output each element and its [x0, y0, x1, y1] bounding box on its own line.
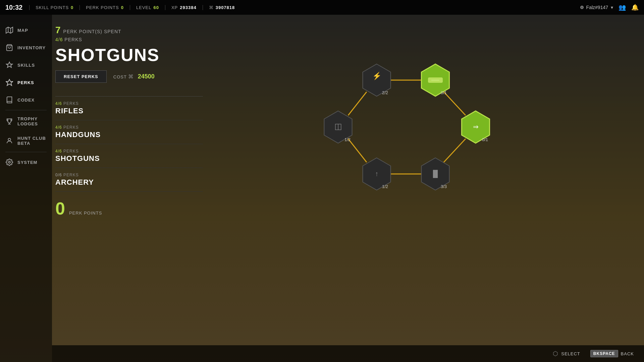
left-panel: 7 PERK POINT(S) SPENT 4/6 PERKS SHOTGUNS…: [55, 25, 203, 219]
level-stat: LEVEL 60: [130, 5, 165, 10]
sidebar-item-hunt-club[interactable]: HUNT CLUB BETA: [0, 131, 52, 150]
svg-text:↑: ↑: [375, 170, 378, 177]
perks-count-label: PERKS: [64, 37, 82, 42]
perk-points-value: 0: [121, 5, 124, 10]
archery-name: ARCHERY: [55, 178, 203, 187]
skill-points-stat: SKILL POINTS 0: [29, 5, 79, 10]
handguns-perks: 4/6 PERKS: [55, 125, 203, 130]
perk-node-4[interactable]: ⇒ 0/1: [462, 111, 489, 143]
perk-points-remaining: 0 PERK POINTS: [55, 198, 203, 219]
perk-node-3[interactable]: ◫ 1/2: [324, 111, 352, 143]
level-value: 60: [153, 5, 159, 10]
category-row-archery[interactable]: 0/6 PERKS ARCHERY: [55, 168, 203, 192]
sidebar-item-codex[interactable]: CODEX: [0, 91, 52, 109]
skill-points-value: 0: [71, 5, 73, 10]
category-title: SHOTGUNS: [55, 46, 203, 64]
sidebar: MAP INVENTORY SKILLS PERKS: [0, 15, 52, 362]
sidebar-skills-label: SKILLS: [17, 63, 35, 68]
sidebar-item-system[interactable]: SYSTEM: [0, 154, 52, 171]
shotguns-perks-val: 4/6: [55, 149, 62, 154]
hunt-club-icon: [5, 137, 13, 145]
notification-icon[interactable]: 🔔: [631, 4, 639, 11]
sidebar-item-trophy-lodges[interactable]: TROPHY LODGES: [0, 112, 52, 131]
perk-node-2[interactable]: — 0/1: [421, 64, 449, 96]
select-action: ⬡ SELECT: [553, 350, 580, 357]
clock: 10:32: [5, 4, 22, 11]
rifles-perks: 4/6 PERKS: [55, 101, 203, 106]
gamepad-select-icon: ⬡: [553, 350, 558, 357]
category-row-shotguns[interactable]: 4/6 PERKS SHOTGUNS: [55, 144, 203, 168]
shotguns-perks: 4/6 PERKS: [55, 149, 203, 154]
svg-text:◫: ◫: [334, 122, 342, 131]
user-info[interactable]: Falz#9147 ▾: [580, 5, 613, 10]
perk-graph-svg: ⚡ 2/2 — 0/1 ◫ 1/2 ⇒ 0/1: [305, 43, 539, 194]
sidebar-map-label: MAP: [17, 28, 28, 33]
sidebar-trophy-lodges-label: TROPHY LODGES: [17, 116, 47, 126]
perks-icon: [5, 78, 13, 86]
rifles-name: RIFLES: [55, 107, 203, 115]
sidebar-inventory-label: INVENTORY: [17, 45, 46, 50]
cost-currency-icon: ⌘: [128, 74, 133, 79]
perk-points-spent-value: 7: [55, 25, 61, 36]
sidebar-divider-1: [5, 110, 47, 110]
node-4-count: 0/1: [482, 137, 488, 142]
perk-points-spent-row: 7 PERK POINT(S) SPENT: [55, 25, 203, 36]
perk-points-label: PERK POINTS: [86, 5, 119, 10]
cost-value: 24500: [138, 73, 155, 80]
reset-perks-button[interactable]: RESET PERKS: [55, 70, 107, 83]
perk-node-6[interactable]: ▐▌ 3/3: [421, 158, 449, 190]
back-key-badge[interactable]: BKSPACE: [590, 350, 618, 357]
perk-points-spent-label: PERK POINT(S) SPENT: [63, 29, 121, 34]
friends-icon[interactable]: 👥: [619, 4, 626, 11]
topbar-right: Falz#9147 ▾ 👥 🔔: [580, 4, 639, 11]
system-icon: [5, 158, 13, 166]
sidebar-item-skills[interactable]: SKILLS: [0, 56, 52, 74]
sidebar-item-map[interactable]: MAP: [0, 21, 52, 39]
reset-row: RESET PERKS COST ⌘ 24500: [55, 70, 203, 83]
node-3-count: 1/2: [344, 137, 350, 142]
perks-count-value: 4/6: [55, 37, 63, 42]
inventory-icon: [5, 44, 13, 52]
sidebar-item-perks[interactable]: PERKS: [0, 74, 52, 91]
sidebar-codex-label: CODEX: [17, 98, 35, 103]
sidebar-system-label: SYSTEM: [17, 160, 37, 165]
sidebar-perks-label: PERKS: [17, 80, 34, 85]
perks-count-row: 4/6 PERKS: [55, 37, 203, 42]
node-1-count: 2/2: [382, 90, 388, 95]
svg-point-6: [8, 161, 10, 163]
category-row-rifles[interactable]: 4/6 PERKS RIFLES: [55, 97, 203, 120]
skill-points-label: SKILL POINTS: [36, 5, 69, 10]
svg-marker-0: [6, 27, 13, 33]
svg-point-5: [8, 138, 10, 141]
node-5-count: 1/2: [382, 184, 388, 189]
shotguns-name: SHOTGUNS: [55, 154, 203, 163]
select-label: SELECT: [561, 351, 580, 356]
username: Falz#9147: [586, 5, 608, 10]
pp-remaining-label: PERK POINTS: [69, 210, 102, 216]
category-list: 4/6 PERKS RIFLES 4/6 PERKS HANDGUNS 4/6 …: [55, 96, 203, 192]
xp-value: 293384: [180, 5, 196, 10]
connector-2-4: [444, 92, 466, 115]
sidebar-hunt-club-label: HUNT CLUB BETA: [17, 136, 47, 146]
trophy-lodges-icon: [5, 117, 13, 125]
codex-icon: [5, 96, 13, 104]
svg-rect-11: [428, 77, 443, 83]
connector-4-6: [444, 139, 466, 162]
bottom-bar: ⬡ SELECT BKSPACE BACK: [52, 345, 644, 362]
map-icon: [5, 26, 13, 34]
category-row-handguns[interactable]: 4/6 PERKS HANDGUNS: [55, 120, 203, 144]
topbar: 10:32 SKILL POINTS 0 PERK POINTS 0 LEVEL…: [0, 0, 644, 15]
back-label: BACK: [621, 351, 634, 356]
node-6-count: 3/3: [440, 184, 446, 189]
pp-remaining-val: 0: [55, 198, 65, 219]
cost-label: COST: [113, 74, 127, 79]
svg-text:⇒: ⇒: [473, 123, 478, 130]
perk-graph: ⚡ 2/2 — 0/1 ◫ 1/2 ⇒ 0/1: [206, 35, 637, 202]
sidebar-divider-2: [5, 152, 47, 152]
perk-node-5[interactable]: ↑ 1/2: [363, 158, 390, 190]
perk-node-1[interactable]: ⚡ 2/2: [363, 64, 390, 96]
sidebar-item-inventory[interactable]: INVENTORY: [0, 39, 52, 56]
level-label: LEVEL: [136, 5, 151, 10]
currency-icon: ⌘: [209, 5, 214, 10]
node-2-count: 0/1: [440, 90, 446, 95]
